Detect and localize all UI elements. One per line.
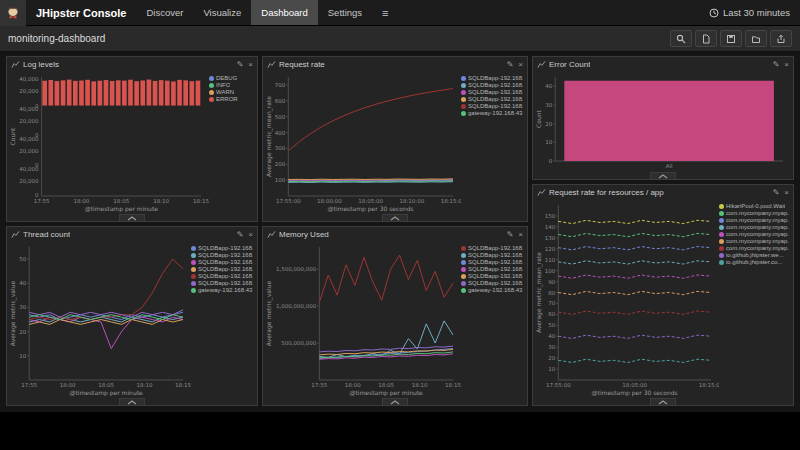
collapse-panel-button[interactable]: [382, 398, 408, 405]
legend-item[interactable]: SQLDBapp-192.168.4...: [461, 82, 523, 88]
thread-count-chart[interactable]: 102030405017:5518:0018:0518:1018:15Avera…: [9, 242, 191, 397]
legend-item[interactable]: SQLDBapp-192.168.4...: [461, 280, 523, 286]
jhipster-logo[interactable]: [0, 0, 26, 26]
time-picker-button[interactable]: Last 30 minutes: [699, 0, 800, 25]
panel-request-rate-resources: Request rate for resources / app ✎ × 102…: [532, 184, 794, 406]
visualization-icon: [267, 60, 276, 69]
legend-item[interactable]: io.github.jhipster.co...: [719, 259, 789, 265]
legend-item[interactable]: HikariPool-0.pool.Wait: [719, 203, 789, 209]
legend-item[interactable]: SQLDBapp-192.168.4...: [461, 89, 523, 95]
legend-item[interactable]: DEBUG: [209, 75, 253, 81]
legend-item[interactable]: SQLDBapp-192.168.4...: [191, 280, 253, 286]
edit-panel-icon[interactable]: ✎: [773, 61, 780, 69]
remove-panel-icon[interactable]: ×: [518, 231, 523, 239]
legend-item[interactable]: ERROR: [209, 96, 253, 102]
legend-item[interactable]: com.mycompany.myap...: [719, 238, 789, 244]
collapse-panel-button[interactable]: [650, 172, 676, 179]
legend-label: gateway-192.168.43.8...: [198, 287, 253, 293]
panel-body: 010203040AllCount: [533, 72, 793, 171]
svg-text:Average metric_value: Average metric_value: [9, 281, 17, 347]
load-button[interactable]: [745, 30, 767, 47]
resources-rate-chart[interactable]: 10203040506070809010011012013014015017:5…: [535, 200, 719, 397]
legend-item[interactable]: SQLDBapp-192.168.4...: [461, 273, 523, 279]
legend-label: SQLDBapp-192.168.4...: [468, 259, 523, 265]
save-icon: [726, 34, 736, 44]
chart-legend: HikariPool-0.pool.Waitcom.mycompany.myap…: [719, 200, 791, 397]
legend-item[interactable]: gateway-192.168.43.8...: [461, 287, 523, 293]
legend-item[interactable]: INFO: [209, 82, 253, 88]
new-dashboard-button[interactable]: [695, 30, 717, 47]
legend-item[interactable]: SQLDBapp-192.168.4...: [191, 259, 253, 265]
legend-label: com.mycompany.myap...: [726, 210, 789, 216]
log-levels-chart[interactable]: 40,00020,000040,00020,000040,00020,00004…: [9, 72, 209, 213]
svg-text:Average metric_mean_rate: Average metric_mean_rate: [265, 96, 273, 177]
legend-item[interactable]: com.mycompany.myap...: [719, 231, 789, 237]
legend-item[interactable]: gateway-192.168.43.8...: [191, 287, 253, 293]
legend-color-dot: [209, 76, 214, 81]
legend-color-dot: [209, 97, 214, 102]
collapse-panel-button[interactable]: [119, 398, 145, 405]
svg-text:700: 700: [275, 82, 286, 88]
legend-item[interactable]: com.mycompany.myap...: [719, 217, 789, 223]
legend-item[interactable]: SQLDBapp-192.168.4...: [191, 273, 253, 279]
legend-label: ERROR: [216, 96, 238, 102]
collapse-panel-button[interactable]: [650, 398, 676, 405]
legend-item[interactable]: SQLDBapp-192.168.4...: [191, 245, 253, 251]
legend-item[interactable]: SQLDBapp-192.168.4...: [461, 266, 523, 272]
legend-item[interactable]: SQLDBapp-192.168.4...: [191, 252, 253, 258]
request-rate-chart[interactable]: 10020030040050060070017:55:0018:00:0018:…: [265, 72, 461, 213]
edit-panel-icon[interactable]: ✎: [237, 61, 244, 69]
app-title: JHipster Console: [26, 0, 136, 25]
edit-panel-icon[interactable]: ✎: [773, 189, 780, 197]
chart-legend: SQLDBapp-192.168.4...SQLDBapp-192.168.4.…: [461, 242, 525, 397]
edit-panel-icon[interactable]: ✎: [237, 231, 244, 239]
nav-visualize[interactable]: Visualize: [193, 0, 251, 25]
svg-text:18:00: 18:00: [74, 198, 90, 204]
edit-panel-icon[interactable]: ✎: [507, 231, 514, 239]
remove-panel-icon[interactable]: ×: [248, 61, 253, 69]
panel-request-rate: Request rate ✎ × 10020030040050060070017…: [262, 56, 528, 222]
nav-settings[interactable]: Settings: [318, 0, 372, 25]
legend-item[interactable]: com.mycompany.myap...: [719, 224, 789, 230]
legend-color-dot: [191, 281, 196, 286]
legend-item[interactable]: SQLDBapp-192.168.4...: [461, 75, 523, 81]
legend-item[interactable]: SQLDBapp-192.168.4...: [461, 259, 523, 265]
legend-label: SQLDBapp-192.168.4...: [468, 82, 523, 88]
legend-item[interactable]: gateway-192.168.43.8...: [461, 110, 523, 116]
collapse-panel-button[interactable]: [119, 214, 145, 221]
memory-used-chart[interactable]: 500,000,0001,000,000,0001,500,000,00017:…: [265, 242, 461, 397]
legend-label: SQLDBapp-192.168.4...: [468, 280, 523, 286]
legend-color-dot: [461, 274, 466, 279]
edit-panel-icon[interactable]: ✎: [507, 61, 514, 69]
legend-item[interactable]: WARN: [209, 89, 253, 95]
save-button[interactable]: [720, 30, 742, 47]
search-button[interactable]: [670, 30, 692, 47]
nav-discover[interactable]: Discover: [136, 0, 193, 25]
svg-text:@timestamp per 30 seconds: @timestamp per 30 seconds: [592, 389, 678, 397]
legend-item[interactable]: com.mycompany.myap...: [719, 210, 789, 216]
nav-dashboard[interactable]: Dashboard: [251, 0, 317, 25]
svg-text:20,000: 20,000: [19, 148, 39, 154]
share-button[interactable]: [770, 30, 792, 47]
svg-text:18:05: 18:05: [98, 382, 114, 388]
legend-item[interactable]: SQLDBapp-192.168.4...: [461, 245, 523, 251]
remove-panel-icon[interactable]: ×: [248, 231, 253, 239]
svg-text:20,000: 20,000: [19, 88, 39, 94]
legend-item[interactable]: io.github.jhipster.we...: [719, 252, 789, 258]
legend-item[interactable]: com.mycompany.myap...: [719, 245, 789, 251]
legend-item[interactable]: SQLDBapp-192.168.4...: [191, 266, 253, 272]
legend-label: io.github.jhipster.we...: [726, 252, 784, 258]
legend-item[interactable]: SQLDBapp-192.168.4...: [461, 103, 523, 109]
legend-item[interactable]: SQLDBapp-192.168.4...: [461, 96, 523, 102]
menu-icon[interactable]: ≡: [372, 0, 398, 25]
remove-panel-icon[interactable]: ×: [518, 61, 523, 69]
error-count-chart[interactable]: 010203040AllCount: [535, 72, 791, 171]
chevron-up-icon: [127, 400, 137, 405]
legend-item[interactable]: SQLDBapp-192.168.4...: [461, 252, 523, 258]
remove-panel-icon[interactable]: ×: [784, 189, 789, 197]
visualization-icon: [11, 230, 20, 239]
legend-color-dot: [209, 90, 214, 95]
svg-text:18:15:00: 18:15:00: [441, 198, 461, 204]
collapse-panel-button[interactable]: [382, 214, 408, 221]
remove-panel-icon[interactable]: ×: [784, 61, 789, 69]
